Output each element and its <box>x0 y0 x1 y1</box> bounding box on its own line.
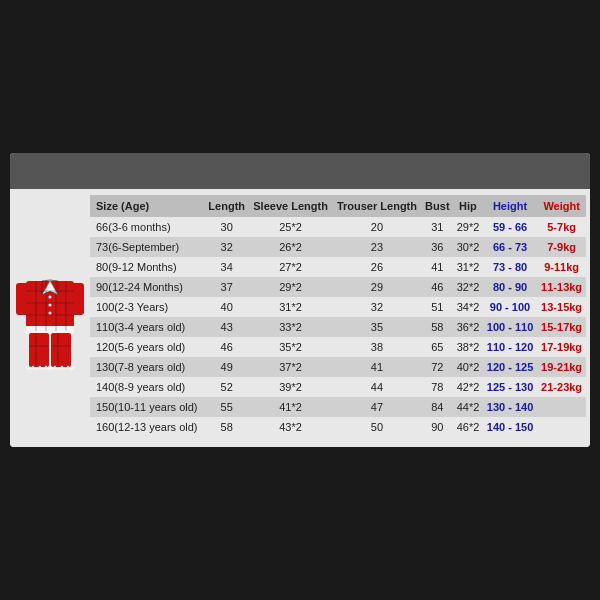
table-cell: 31*2 <box>249 297 333 317</box>
table-cell: 37*2 <box>249 357 333 377</box>
table-row: 130(7-8 years old)4937*2417240*2120 - 12… <box>90 357 586 377</box>
table-cell: 100 - 110 <box>483 317 537 337</box>
table-cell: 59 - 66 <box>483 217 537 237</box>
table-cell: 66(3-6 months) <box>90 217 205 237</box>
table-cell: 34*2 <box>453 297 483 317</box>
table-cell: 44 <box>332 377 421 397</box>
pajama-image <box>14 261 86 371</box>
table-cell: 7-9kg <box>537 237 586 257</box>
table-cell: 49 <box>205 357 249 377</box>
table-cell: 90 <box>422 417 454 437</box>
table-cell: 35 <box>332 317 421 337</box>
table-cell: 31*2 <box>453 257 483 277</box>
table-section: Size (Age) Length Sleeve Length Trouser … <box>10 189 590 447</box>
table-cell: 33*2 <box>249 317 333 337</box>
svg-point-20 <box>49 312 52 315</box>
table-cell: 125 - 130 <box>483 377 537 397</box>
table-cell: 26 <box>332 257 421 277</box>
table-cell: 5-7kg <box>537 217 586 237</box>
table-cell: 40 <box>205 297 249 317</box>
table-row: 150(10-11 years old)5541*2478444*2130 - … <box>90 397 586 417</box>
col-height: Height <box>483 195 537 217</box>
table-cell: 130(7-8 years old) <box>90 357 205 377</box>
table-cell: 41 <box>422 257 454 277</box>
table-cell: 46 <box>205 337 249 357</box>
table-cell: 80 - 90 <box>483 277 537 297</box>
table-row: 120(5-6 years old)4635*2386538*2110 - 12… <box>90 337 586 357</box>
table-cell: 100(2-3 Years) <box>90 297 205 317</box>
size-table: Size (Age) Length Sleeve Length Trouser … <box>90 195 586 437</box>
svg-rect-2 <box>16 283 29 315</box>
col-sleeve: Sleeve Length <box>249 195 333 217</box>
table-cell: 140 - 150 <box>483 417 537 437</box>
table-cell: 80(9-12 Months) <box>90 257 205 277</box>
table-cell: 31 <box>422 217 454 237</box>
table-cell: 73(6-September) <box>90 237 205 257</box>
table-cell: 32 <box>332 297 421 317</box>
table-row: 160(12-13 years old)5843*2509046*2140 - … <box>90 417 586 437</box>
table-row: 73(6-September)3226*2233630*266 - 737-9k… <box>90 237 586 257</box>
table-cell: 50 <box>332 417 421 437</box>
table-cell: 130 - 140 <box>483 397 537 417</box>
table-cell: 78 <box>422 377 454 397</box>
svg-point-18 <box>49 296 52 299</box>
table-cell: 27*2 <box>249 257 333 277</box>
table-cell: 90 - 100 <box>483 297 537 317</box>
table-row: 100(2-3 Years)4031*2325134*290 - 10013-1… <box>90 297 586 317</box>
table-cell: 38 <box>332 337 421 357</box>
table-cell: 44*2 <box>453 397 483 417</box>
table-row: 140(8-9 years old)5239*2447842*2125 - 13… <box>90 377 586 397</box>
table-cell: 47 <box>332 397 421 417</box>
svg-rect-4 <box>26 326 74 334</box>
table-cell: 41*2 <box>249 397 333 417</box>
table-cell: 35*2 <box>249 337 333 357</box>
table-cell: 120 - 125 <box>483 357 537 377</box>
col-length: Length <box>205 195 249 217</box>
table-cell: 36*2 <box>453 317 483 337</box>
table-cell: 17-19kg <box>537 337 586 357</box>
table-cell: 23 <box>332 237 421 257</box>
table-cell: 90(12-24 Months) <box>90 277 205 297</box>
table-cell: 110 - 120 <box>483 337 537 357</box>
table-row: 66(3-6 months)3025*2203129*259 - 665-7kg <box>90 217 586 237</box>
table-cell: 58 <box>205 417 249 437</box>
table-cell: 32*2 <box>453 277 483 297</box>
table-cell <box>537 397 586 417</box>
svg-rect-13 <box>51 333 71 367</box>
table-cell: 43 <box>205 317 249 337</box>
table-cell: 19-21kg <box>537 357 586 377</box>
table-cell: 29 <box>332 277 421 297</box>
col-hip: Hip <box>453 195 483 217</box>
table-cell: 29*2 <box>453 217 483 237</box>
table-cell: 42*2 <box>453 377 483 397</box>
table-cell: 73 - 80 <box>483 257 537 277</box>
size-table-wrapper: Size (Age) Length Sleeve Length Trouser … <box>90 195 586 437</box>
table-cell: 38*2 <box>453 337 483 357</box>
header-bar <box>10 153 590 189</box>
table-cell: 65 <box>422 337 454 357</box>
table-cell: 58 <box>422 317 454 337</box>
table-cell: 32 <box>205 237 249 257</box>
table-cell: 84 <box>422 397 454 417</box>
table-row: 80(9-12 Months)3427*2264131*273 - 809-11… <box>90 257 586 277</box>
table-cell: 140(8-9 years old) <box>90 377 205 397</box>
table-cell: 120(5-6 years old) <box>90 337 205 357</box>
table-cell: 25*2 <box>249 217 333 237</box>
table-cell: 9-11kg <box>537 257 586 277</box>
table-cell: 30 <box>205 217 249 237</box>
table-cell: 41 <box>332 357 421 377</box>
table-cell: 36 <box>422 237 454 257</box>
table-cell: 46*2 <box>453 417 483 437</box>
col-weight: Weight <box>537 195 586 217</box>
table-cell: 34 <box>205 257 249 277</box>
table-cell: 150(10-11 years old) <box>90 397 205 417</box>
table-cell: 51 <box>422 297 454 317</box>
table-row: 90(12-24 Months)3729*2294632*280 - 9011-… <box>90 277 586 297</box>
table-cell: 72 <box>422 357 454 377</box>
table-cell: 46 <box>422 277 454 297</box>
table-cell: 52 <box>205 377 249 397</box>
table-cell: 29*2 <box>249 277 333 297</box>
table-row: 110(3-4 years old)4333*2355836*2100 - 11… <box>90 317 586 337</box>
svg-point-19 <box>49 304 52 307</box>
table-cell: 55 <box>205 397 249 417</box>
